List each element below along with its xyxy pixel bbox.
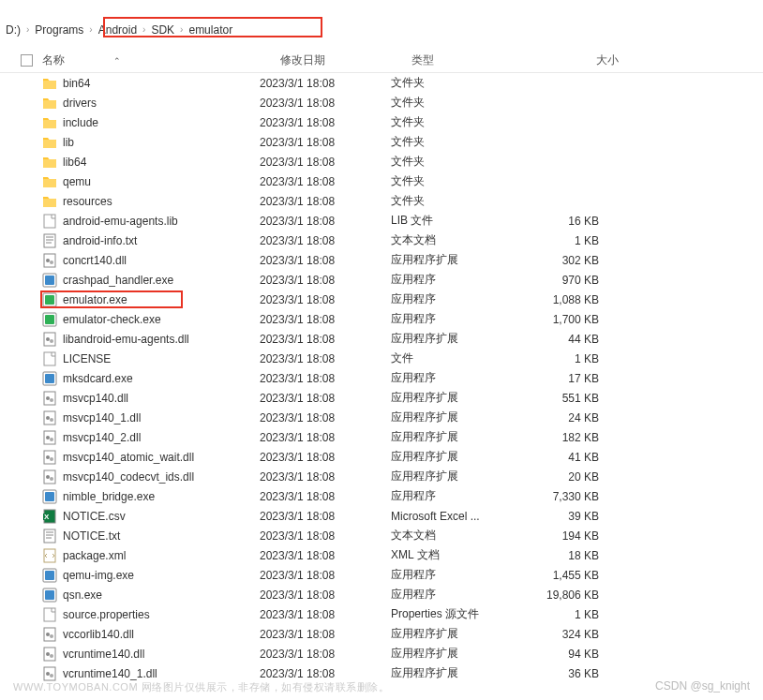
svg-rect-47 [44,529,55,543]
svg-rect-3 [43,140,56,148]
file-name: vcruntime140_1.dll [63,667,157,680]
file-row[interactable]: msvcp140.dll2023/3/1 18:08应用程序扩展551 KB [0,388,763,408]
dll-icon [42,391,57,406]
file-icon [42,351,57,366]
file-name-cell: lib [42,135,260,150]
file-row[interactable]: vccorlib140.dll2023/3/1 18:08应用程序扩展324 K… [0,624,763,644]
file-type: 文件夹 [391,75,524,91]
svg-rect-53 [45,571,54,580]
file-date: 2023/3/1 18:08 [260,510,391,523]
file-name-cell: android-emu-agents.lib [42,214,260,229]
folder-icon [42,135,57,150]
file-name-cell: include [42,115,260,130]
file-row[interactable]: bin642023/3/1 18:08文件夹 [0,73,763,93]
file-name-cell: lib64 [42,155,260,170]
file-row[interactable]: lib2023/3/1 18:08文件夹 [0,132,763,152]
file-row[interactable]: drivers2023/3/1 18:08文件夹 [0,93,763,112]
sort-arrow-icon: ⌃ [113,56,121,66]
file-name-cell: qemu-img.exe [42,568,260,583]
breadcrumb-segment[interactable]: emulator [183,23,238,37]
file-row[interactable]: qemu-img.exe2023/3/1 18:08应用程序1,455 KB [0,565,763,585]
file-date: 2023/3/1 18:08 [260,569,391,582]
file-row[interactable]: msvcp140_atomic_wait.dll2023/3/1 18:08应用… [0,447,763,467]
svg-point-23 [50,339,53,343]
file-row[interactable]: include2023/3/1 18:08文件夹 [0,112,763,132]
file-type: 应用程序扩展 [391,626,524,642]
file-type: 应用程序 [391,291,524,307]
file-row[interactable]: source.properties2023/3/1 18:08Propertie… [0,604,763,624]
file-row[interactable]: LICENSE2023/3/1 18:08文件1 KB [0,349,763,368]
file-name-cell: qsn.exe [42,588,260,603]
header-name[interactable]: 名称 ⌃ [42,52,280,68]
file-row[interactable]: vcruntime140.dll2023/3/1 18:08应用程序扩展94 K… [0,644,763,663]
file-row[interactable]: lib642023/3/1 18:08文件夹 [0,152,763,171]
file-size: 44 KB [524,333,616,346]
file-size: 16 KB [524,215,616,228]
file-name-cell: msvcp140_codecvt_ids.dll [42,469,260,484]
dll-icon [42,430,57,445]
csv-icon: X [42,509,57,524]
file-row[interactable]: resources2023/3/1 18:08文件夹 [0,191,763,211]
file-row[interactable]: qemu2023/3/1 18:08文件夹 [0,171,763,191]
file-name: NOTICE.csv [63,510,126,523]
file-row[interactable]: android-info.txt2023/3/1 18:08文本文档1 KB [0,231,763,250]
file-size: 324 KB [524,628,616,641]
svg-rect-55 [45,590,54,600]
header-date[interactable]: 修改日期 [280,52,411,68]
file-name-cell: msvcp140_1.dll [42,410,260,425]
file-size: 20 KB [524,470,616,484]
file-row[interactable]: android-emu-agents.lib2023/3/1 18:08LIB … [0,211,763,231]
file-type: 应用程序 [391,587,524,603]
file-row[interactable]: qsn.exe2023/3/1 18:08应用程序19,806 KB [0,585,763,604]
file-row[interactable]: nimble_bridge.exe2023/3/1 18:08应用程序7,330… [0,486,763,506]
file-row[interactable]: msvcp140_2.dll2023/3/1 18:08应用程序扩展182 KB [0,427,763,447]
file-name-cell: bin64 [42,76,260,91]
file-row[interactable]: package.xml2023/3/1 18:08XML 文档18 KB [0,545,763,565]
file-row[interactable]: emulator-check.exe2023/3/1 18:08应用程序1,70… [0,309,763,329]
file-type: 文本文档 [391,528,524,544]
dll-icon [42,253,57,268]
file-type: 文件夹 [391,173,524,189]
file-name: vccorlib140.dll [63,628,134,641]
breadcrumb[interactable]: D:) › Programs › Android › SDK › emulato… [0,19,763,41]
file-row[interactable]: msvcp140_1.dll2023/3/1 18:08应用程序扩展24 KB [0,408,763,427]
file-row[interactable]: XNOTICE.csv2023/3/1 18:08Microsoft Excel… [0,506,763,526]
breadcrumb-segment[interactable]: SDK [145,23,180,37]
file-type: 应用程序扩展 [391,429,524,445]
file-date: 2023/3/1 18:08 [260,136,391,149]
file-type: 文本文档 [391,232,524,248]
svg-point-64 [46,672,50,676]
file-size: 18 KB [524,549,616,562]
file-size: 194 KB [524,529,616,543]
svg-rect-16 [45,276,54,285]
breadcrumb-segment[interactable]: Programs [29,23,89,37]
file-size: 551 KB [524,392,616,405]
file-row[interactable]: libandroid-emu-agents.dll2023/3/1 18:08应… [0,329,763,349]
folder-icon [42,76,57,91]
file-row[interactable]: crashpad_handler.exe2023/3/1 18:08应用程序97… [0,270,763,290]
folder-icon [42,194,57,209]
file-name-cell: source.properties [42,607,260,622]
svg-rect-0 [43,81,56,89]
file-name-cell: NOTICE.txt [42,529,260,544]
dll-icon [42,627,57,642]
file-date: 2023/3/1 18:08 [260,431,391,444]
file-row[interactable]: concrt140.dll2023/3/1 18:08应用程序扩展302 KB [0,250,763,270]
breadcrumb-segment[interactable]: Android [93,23,142,37]
file-type: 应用程序扩展 [391,390,524,406]
breadcrumb-drive[interactable]: D:) [0,23,26,37]
select-all-checkbox[interactable] [21,54,33,67]
folder-icon [42,115,57,130]
header-size[interactable]: 大小 [544,52,636,68]
exe-icon [42,312,57,327]
file-date: 2023/3/1 18:08 [260,116,391,129]
header-type[interactable]: 类型 [411,52,544,68]
file-row[interactable]: msvcp140_codecvt_ids.dll2023/3/1 18:08应用… [0,467,763,486]
file-row[interactable]: emulator.exe2023/3/1 18:08应用程序1,088 KB [0,290,763,309]
file-row[interactable]: NOTICE.txt2023/3/1 18:08文本文档194 KB [0,526,763,545]
file-size: 1 KB [524,352,616,365]
file-size: 94 KB [524,648,616,661]
svg-point-34 [46,436,50,439]
file-row[interactable]: mksdcard.exe2023/3/1 18:08应用程序17 KB [0,368,763,388]
file-name: resources [63,195,112,208]
